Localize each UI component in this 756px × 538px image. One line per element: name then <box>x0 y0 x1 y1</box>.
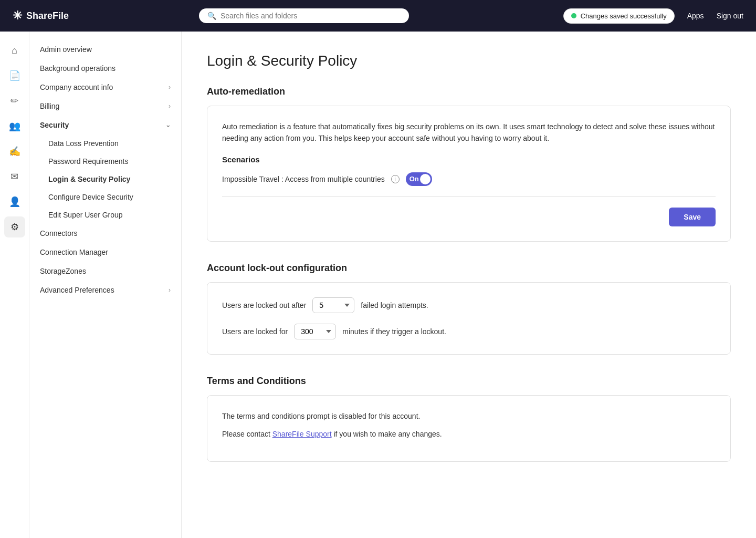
nav-data-loss-prevention[interactable]: Data Loss Prevention <box>29 134 181 152</box>
signout-link[interactable]: Sign out <box>717 12 743 20</box>
lockout-row-1: Users are locked out after 5 3 10 failed… <box>222 297 716 313</box>
top-navigation: ✳ ShareFile 🔍 Changes saved successfully… <box>0 0 756 32</box>
chevron-right-icon: › <box>169 286 171 294</box>
lockout-attempts-select[interactable]: 5 3 10 <box>312 297 354 313</box>
logo-text: ShareFile <box>26 11 69 22</box>
nav-background-operations-label: Background operations <box>40 64 116 73</box>
nav-security[interactable]: Security ⌄ <box>29 116 181 134</box>
terms-card: The terms and conditions prompt is disab… <box>207 395 731 462</box>
mail-nav-icon[interactable]: ✉ <box>4 166 25 187</box>
logo-icon: ✳ <box>13 9 22 23</box>
auto-remediation-description: Auto remediation is a feature that autom… <box>222 121 716 144</box>
lockout-duration-select[interactable]: 300 60 600 <box>294 324 336 339</box>
account-lockout-title: Account lock-out configuration <box>207 263 731 274</box>
nav-admin-overview[interactable]: Admin overview <box>29 40 181 59</box>
nav-billing-label: Billing <box>40 102 59 110</box>
users-nav-icon[interactable]: 👥 <box>4 116 25 137</box>
sharefile-support-link[interactable]: ShareFile Support <box>272 430 332 438</box>
info-icon[interactable]: i <box>391 175 400 183</box>
nav-edit-super-user-group[interactable]: Edit Super User Group <box>29 206 181 224</box>
account-lockout-section: Account lock-out configuration Users are… <box>207 263 731 355</box>
main-content: Login & Security Policy Auto-remediation… <box>182 32 756 538</box>
nav-connection-manager[interactable]: Connection Manager <box>29 243 181 262</box>
search-bar[interactable]: 🔍 <box>199 8 409 23</box>
nav-company-account-info[interactable]: Company account info › <box>29 78 181 97</box>
nav-company-account-label: Company account info <box>40 83 113 91</box>
nav-connection-manager-label: Connection Manager <box>40 248 108 256</box>
chevron-down-icon: ⌄ <box>165 121 171 129</box>
impossible-travel-toggle[interactable]: On <box>406 172 432 186</box>
terms-section: Terms and Conditions The terms and condi… <box>207 376 731 462</box>
account-lockout-card: Users are locked out after 5 3 10 failed… <box>207 282 731 355</box>
lockout-suffix-2: minutes if they trigger a lockout. <box>342 327 446 336</box>
save-btn-row: Save <box>222 208 716 226</box>
toggle-knob <box>420 174 430 184</box>
nav-billing[interactable]: Billing › <box>29 97 181 116</box>
divider <box>222 196 716 197</box>
person-nav-icon[interactable]: 👤 <box>4 191 25 212</box>
terms-prefix: Please contact <box>222 430 272 438</box>
scenarios-label: Scenarios <box>222 155 716 164</box>
lockout-row-2: Users are locked for 300 60 600 minutes … <box>222 324 716 339</box>
icon-sidebar: ⌂ 📄 ✏ 👥 ✍ ✉ 👤 ⚙ <box>0 32 29 538</box>
save-button[interactable]: Save <box>669 208 716 226</box>
nav-security-label: Security <box>40 121 69 129</box>
nav-advanced-label: Advanced Preferences <box>40 286 114 294</box>
auto-remediation-card: Auto remediation is a feature that autom… <box>207 106 731 242</box>
lockout-prefix-2: Users are locked for <box>222 327 288 336</box>
success-dot-icon <box>571 13 576 18</box>
toggle-wrapper[interactable]: On <box>406 172 432 186</box>
apps-link[interactable]: Apps <box>687 12 704 20</box>
nav-dlp-label: Data Loss Prevention <box>48 139 119 148</box>
lockout-prefix-1: Users are locked out after <box>222 301 306 309</box>
auto-remediation-title: Auto-remediation <box>207 86 731 97</box>
page-title: Login & Security Policy <box>207 53 731 69</box>
success-badge: Changes saved successfully <box>563 8 675 24</box>
nav-right: Changes saved successfully Apps Sign out <box>563 8 743 24</box>
nav-storagezones[interactable]: StorageZones <box>29 262 181 281</box>
nav-advanced-preferences[interactable]: Advanced Preferences › <box>29 281 181 299</box>
chevron-right-icon: › <box>169 84 171 91</box>
settings-nav-icon[interactable]: ⚙ <box>4 216 25 237</box>
files-nav-icon[interactable]: 📄 <box>4 65 25 86</box>
nav-background-operations[interactable]: Background operations <box>29 59 181 78</box>
nav-device-security-label: Configure Device Security <box>48 193 133 201</box>
main-layout: ⌂ 📄 ✏ 👥 ✍ ✉ 👤 ⚙ Admin overview Backgroun… <box>0 32 756 538</box>
nav-login-security-policy[interactable]: Login & Security Policy <box>29 170 181 188</box>
search-input[interactable] <box>220 12 401 20</box>
search-icon: 🔍 <box>207 12 216 20</box>
left-navigation: Admin overview Background operations Com… <box>29 32 182 538</box>
home-nav-icon[interactable]: ⌂ <box>4 40 25 61</box>
toggle-label: On <box>410 175 419 183</box>
lockout-suffix-1: failed login attempts. <box>361 301 428 309</box>
edit-nav-icon[interactable]: ✏ <box>4 90 25 111</box>
nav-configure-device-security[interactable]: Configure Device Security <box>29 188 181 206</box>
signature-nav-icon[interactable]: ✍ <box>4 141 25 162</box>
auto-remediation-section: Auto-remediation Auto remediation is a f… <box>207 86 731 242</box>
nav-connectors-label: Connectors <box>40 229 78 237</box>
scenario-row: Impossible Travel : Access from multiple… <box>222 172 716 186</box>
terms-line1: The terms and conditions prompt is disab… <box>222 410 716 422</box>
nav-login-security-label: Login & Security Policy <box>48 175 130 183</box>
scenario-name: Impossible Travel : Access from multiple… <box>222 175 385 183</box>
terms-title: Terms and Conditions <box>207 376 731 387</box>
nav-password-requirements[interactable]: Password Requirements <box>29 152 181 170</box>
nav-admin-overview-label: Admin overview <box>40 45 92 54</box>
nav-connectors[interactable]: Connectors <box>29 224 181 243</box>
success-message: Changes saved successfully <box>581 12 667 20</box>
nav-password-label: Password Requirements <box>48 157 129 165</box>
terms-line2: Please contact ShareFile Support if you … <box>222 428 716 440</box>
nav-super-user-label: Edit Super User Group <box>48 211 123 219</box>
logo[interactable]: ✳ ShareFile <box>13 9 118 23</box>
terms-suffix: if you wish to make any changes. <box>332 430 442 438</box>
chevron-right-icon: › <box>169 102 171 110</box>
nav-storagezones-label: StorageZones <box>40 267 86 275</box>
